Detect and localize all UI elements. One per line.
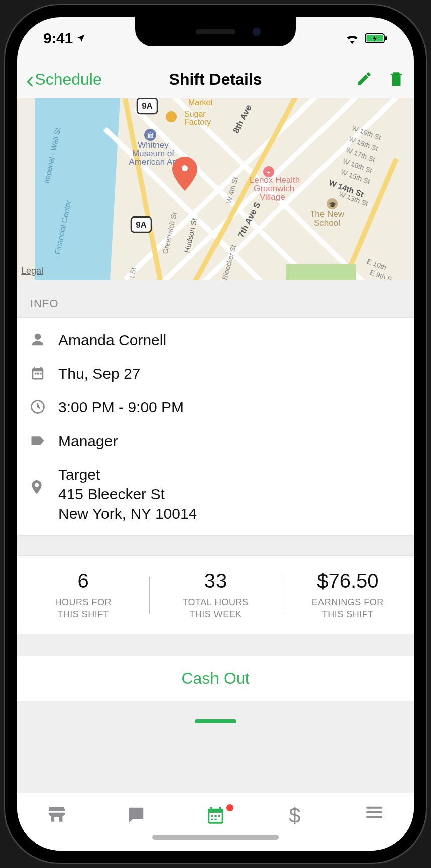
stat-shift-hours: 6 HOURS FOR THIS SHIFT: [17, 570, 149, 621]
svg-rect-2: [385, 36, 387, 40]
svg-text:9A: 9A: [136, 220, 147, 230]
stat-label: TOTAL HOURS THIS WEEK: [149, 596, 281, 621]
svg-point-21: [166, 111, 177, 122]
trash-icon: [388, 69, 405, 88]
cashout-button[interactable]: Cash Out: [17, 656, 414, 701]
tag-icon: [30, 431, 58, 450]
location-text: Target 415 Bleecker St New York, NY 1001…: [58, 465, 197, 523]
back-button[interactable]: ‹ Schedule: [26, 68, 102, 91]
stat-week-hours: 33 TOTAL HOURS THIS WEEK: [149, 570, 281, 621]
stat-label: EARNINGS FOR THIS SHIFT: [282, 596, 414, 621]
chevron-left-icon: ‹: [26, 68, 34, 91]
svg-text:🏛: 🏛: [147, 132, 154, 139]
date-row: Thu, Sep 27: [30, 357, 401, 390]
tab-store[interactable]: [17, 805, 96, 825]
tab-chat[interactable]: [96, 805, 176, 826]
employee-name: Amanda Cornell: [58, 330, 166, 350]
time-row: 3:00 PM - 9:00 PM: [30, 390, 401, 424]
menu-icon: [365, 805, 384, 821]
shift-date: Thu, Sep 27: [58, 364, 140, 383]
edit-button[interactable]: [356, 70, 373, 89]
phone-frame: 9:41 ‹ Schedule: [4, 4, 427, 864]
location-arrow-icon: [76, 33, 86, 43]
wifi-icon: [345, 33, 360, 44]
address-line1: 415 Bleecker St: [58, 484, 197, 504]
home-indicator[interactable]: [152, 835, 279, 840]
active-tab-indicator: [195, 719, 236, 723]
map-legal-link[interactable]: Legal: [21, 266, 43, 276]
stat-earnings: $76.50 EARNINGS FOR THIS SHIFT: [282, 570, 414, 621]
notification-badge: [225, 803, 234, 812]
stat-value: $76.50: [282, 570, 414, 592]
delete-button[interactable]: [388, 69, 405, 90]
back-label: Schedule: [35, 70, 101, 89]
content-scroll[interactable]: 9A 9A 🏛 + 🎓 Market SugarFactory WhitneyM…: [17, 98, 414, 793]
address-line2: New York, NY 10014: [58, 504, 197, 523]
svg-text:9A: 9A: [142, 101, 153, 111]
tab-schedule[interactable]: [176, 805, 255, 827]
svg-text:The NewSchool: The NewSchool: [310, 209, 345, 228]
dollar-icon: $: [288, 805, 301, 828]
location-name: Target: [58, 465, 197, 484]
nav-bar: ‹ Schedule Shift Details: [17, 61, 414, 98]
status-time: 9:41: [43, 30, 73, 47]
role-row: Manager: [30, 424, 401, 458]
tab-pay[interactable]: $: [255, 805, 335, 828]
chat-icon: [126, 805, 146, 826]
stat-value: 33: [149, 570, 281, 592]
notch: [135, 17, 296, 46]
svg-text:Market: Market: [188, 98, 213, 107]
store-icon: [47, 805, 67, 825]
stat-label: HOURS FOR THIS SHIFT: [17, 596, 149, 621]
map-pin-icon: [171, 157, 199, 193]
info-card: Amanda Cornell Thu, Sep 27 3:00 PM - 9:0…: [17, 317, 414, 536]
screen: 9:41 ‹ Schedule: [17, 17, 414, 851]
location-row: Target 415 Bleecker St New York, NY 1001…: [30, 458, 401, 530]
battery-charging-icon: [365, 33, 388, 44]
svg-text:$: $: [289, 805, 300, 826]
tab-bar: $: [17, 793, 414, 851]
svg-text:🎓: 🎓: [329, 201, 336, 208]
pencil-icon: [356, 70, 373, 87]
stat-value: 6: [17, 570, 149, 592]
tab-menu[interactable]: [335, 805, 414, 821]
employee-row: Amanda Cornell: [30, 323, 401, 357]
location-pin-icon: [30, 479, 58, 498]
person-icon: [30, 330, 58, 349]
clock-icon: [30, 397, 58, 416]
role-name: Manager: [58, 431, 118, 451]
cashout-label: Cash Out: [181, 669, 249, 687]
stats-card: 6 HOURS FOR THIS SHIFT 33 TOTAL HOURS TH…: [17, 555, 414, 634]
calendar-icon: [205, 805, 226, 827]
map-view[interactable]: 9A 9A 🏛 + 🎓 Market SugarFactory WhitneyM…: [17, 98, 414, 280]
svg-rect-14: [286, 264, 356, 280]
calendar-icon: [30, 364, 58, 383]
svg-point-49: [182, 165, 188, 171]
info-section-header: INFO: [17, 280, 414, 317]
shift-time: 3:00 PM - 9:00 PM: [58, 397, 184, 417]
